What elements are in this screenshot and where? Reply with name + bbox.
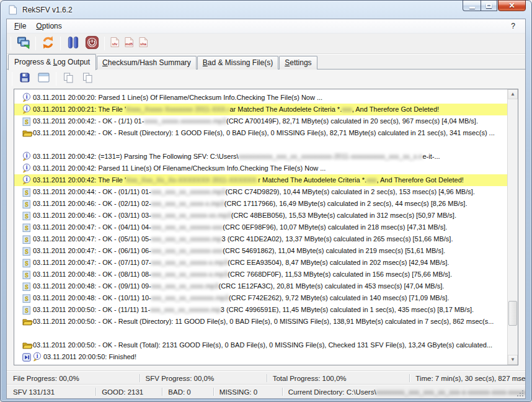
bad-count: BAD: 0 (162, 385, 213, 398)
log-text: 03.11.2011 20:00:48: - OK - (08/11) 08- (33, 269, 151, 280)
refresh-button[interactable] (38, 35, 58, 52)
tab-progress-log[interactable]: Progress & Log Output (8, 54, 96, 70)
log-line[interactable]: i03.11.2011 20:00:42: The File 'Xxx_Xxx_… (14, 174, 507, 186)
log-line[interactable]: S03.11.2011 20:00:47: - OK - (06/11) 06-… (14, 245, 507, 257)
log-output[interactable]: i03.11.2011 20:00:20: Parsed 1 Line(s) O… (14, 89, 507, 365)
log-line[interactable] (14, 139, 507, 151)
redacted-text: xxx_xxx_xx_xxxxx-xx.mp3 (151, 210, 231, 221)
svg-text:S: S (25, 295, 29, 302)
redacted-text: xxxxxxxxxx_xxx_xx_xxxxxxxxx-2011-xxxxxxx… (239, 151, 423, 163)
log-line[interactable]: S03.11.2011 20:00:48: - OK - (10/11) 10-… (14, 292, 507, 304)
menu-item-ile[interactable]: File (9, 20, 31, 32)
sfv-filetype-icon: sfv (110, 37, 120, 50)
sfv-file-icon: S (22, 282, 33, 292)
new-window-button[interactable] (34, 70, 53, 87)
svg-text:i: i (26, 105, 28, 112)
minimize-icon (469, 7, 475, 9)
redacted-text: xxxx_xxxxx.xxxxxxxxx.mp3 (144, 115, 226, 127)
redacted-text: xxx_xxx_xx_xxxxxx.mp3 (151, 186, 226, 198)
scan-icon (16, 35, 31, 52)
titlebar[interactable]: RekSFV v1.6.2 ✕ (6, 1, 526, 19)
folder-icon (22, 129, 33, 138)
elapsed-time: Time: 7 min(s), 30 sec(s), 827 msec(s) (409, 372, 525, 385)
svg-text:S: S (25, 306, 29, 313)
log-line[interactable]: i03.11.2011 20:00:21: The File 'Xxxx_Xxx… (14, 104, 507, 115)
log-line[interactable]: S03.11.2011 20:00:42: - OK - (1/1) 01-xx… (14, 115, 507, 127)
save-log-button[interactable] (15, 70, 34, 87)
log-line[interactable]: i03.11.2011 20:00:20: Parsed 1 Line(s) O… (14, 92, 507, 104)
tabbar: Progress & Log OutputChecksum/Hash Summa… (7, 54, 525, 69)
tab-settings[interactable]: Settings (279, 56, 317, 69)
log-line[interactable]: S03.11.2011 20:00:48: - OK - (09/11) 09-… (14, 280, 507, 292)
log-text: 3 (CRC 4996591E), 11,45 MByte(s) calcula… (221, 304, 474, 316)
play-icon (22, 353, 33, 362)
redacted-text: xxx_xxx_xx_xxxxxx.mp (151, 233, 222, 245)
close-button[interactable]: ✕ (498, 0, 526, 11)
redacted-text: xxx_xxx_xx_xxxxxxx.mp3 (151, 292, 229, 304)
log-line[interactable]: i03.11.2011 20:00:50: Finished! (14, 351, 507, 363)
sfv-file-icon: S (22, 246, 33, 256)
svg-text:S: S (25, 224, 29, 231)
app-window: RekSFV v1.6.2 ✕ FileOptions? sfvmd5sha P… (0, 0, 532, 402)
log-text: 03.11.2011 20:00:48: - OK - (10/11) 10- (33, 292, 151, 304)
log-line[interactable]: 03.11.2011 20:00:50: - OK - Result (Tota… (14, 339, 507, 351)
pause-button[interactable] (63, 35, 82, 52)
tab-checksum-summary[interactable]: Checksum/Hash Summary (97, 56, 197, 69)
log-line[interactable]: S03.11.2011 20:00:47: - OK - (05/11) 05-… (14, 233, 507, 245)
sfv-file-icon: S (22, 234, 33, 244)
scroll-up-button[interactable]: ▲ (508, 89, 518, 99)
stop-button[interactable] (82, 35, 102, 52)
tab-bad-missing[interactable]: Bad & Missing File(s) (197, 56, 278, 69)
progress-statusbar: File Progress: 00,0% SFV Progress: 00,0%… (7, 371, 525, 385)
svg-text:md5: md5 (125, 42, 133, 46)
sfv-filetype-button[interactable]: sfv (107, 35, 122, 51)
minimize-button[interactable] (463, 0, 481, 11)
log-line[interactable]: S03.11.2011 20:00:50: - OK - (11/11) 11-… (14, 304, 507, 316)
menu-item-ptions[interactable]: Options (31, 20, 66, 32)
copy-icon (82, 72, 94, 86)
md5-filetype-button[interactable]: md5 (122, 35, 136, 51)
log-text: ar Matched The Autodelete Criteria *. (229, 104, 342, 115)
log-text: 03.11.2011 20:00:47: - OK - (06/11) 06- (33, 245, 151, 257)
sfv-progress: SFV Progress: 00,0% (140, 372, 267, 385)
log-scrollbar[interactable]: ▲ ▼ (507, 89, 518, 365)
log-line[interactable]: 03.11.2011 20:00:50: - OK - Result (Dire… (14, 316, 507, 328)
log-line[interactable]: i03.11.2011 20:00:42: Parsed 11 Line(s) … (14, 163, 507, 174)
folder-icon (22, 341, 33, 350)
log-text: 03.11.2011 20:00:50: Finished! (43, 351, 136, 363)
log-text: (CRC 54691862), 11,04 MByte(s) calculate… (223, 245, 445, 257)
svg-text:sfv: sfv (112, 42, 117, 46)
redacted-text: xxx_xxx_xx_xxxx.mp3 (151, 280, 219, 292)
sha-filetype-icon: sha (138, 37, 148, 50)
svg-text:S: S (25, 283, 29, 290)
svg-text:S: S (25, 118, 29, 125)
client-area: FileOptions? sfvmd5sha Progress & Log Ou… (6, 19, 526, 399)
log-line[interactable]: S03.11.2011 20:00:47: - OK - (07/11) 07-… (14, 257, 507, 269)
svg-text:S: S (25, 189, 29, 195)
log-text: (CRC F742E262), 9,72 MByte(s) calculated… (229, 292, 449, 304)
log-line[interactable] (14, 328, 507, 339)
log-line[interactable]: 03.11.2011 20:00:42: - OK - Result (Dire… (14, 127, 507, 139)
menu-help[interactable]: ? (503, 20, 523, 32)
log-text: 03.11.2011 20:00:20: Parsed 1 Line(s) Of… (33, 92, 322, 104)
log-line[interactable]: S03.11.2011 20:00:47: - OK - (04/11) 04-… (14, 221, 507, 233)
log-line[interactable]: S03.11.2011 20:00:44: - OK - (01/11) 01-… (14, 186, 507, 198)
log-text: (CRC C74D9829), 10,44 MByte(s) calculate… (226, 186, 475, 198)
scan-button[interactable] (14, 35, 33, 52)
sha-filetype-button[interactable]: sha (136, 35, 150, 51)
folder-icon (22, 318, 33, 326)
maximize-button[interactable] (481, 0, 497, 11)
scrollbar-thumb[interactable] (508, 301, 517, 326)
log-line[interactable]: S03.11.2011 20:00:48: - OK - (08/11) 08-… (14, 269, 507, 280)
scrollbar-track[interactable] (508, 99, 518, 355)
log-text: 3 (CRC 41DE2A02), 13,37 MByte(s) calcula… (222, 233, 453, 245)
log-line[interactable]: i03.11.2011 20:00:42: (=131=) Parsing Th… (14, 151, 507, 163)
copy-all-button[interactable] (78, 70, 97, 87)
log-line[interactable]: S03.11.2011 20:00:46: - OK - (03/11) 03-… (14, 210, 507, 221)
resize-grip[interactable] (516, 390, 524, 397)
log-line[interactable]: S03.11.2011 20:00:46: - OK - (02/11) 02-… (14, 198, 507, 210)
log-text: 03.11.2011 20:00:47: - OK - (04/11) 04- (33, 221, 151, 233)
svg-text:i: i (26, 164, 28, 171)
copy-selection-button[interactable] (59, 70, 78, 87)
scroll-down-button[interactable]: ▼ (508, 355, 518, 365)
